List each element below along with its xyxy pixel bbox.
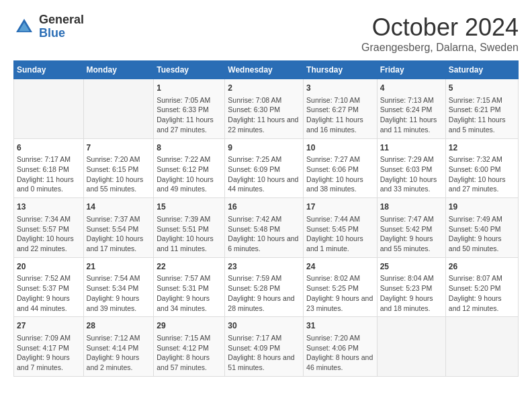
day-number: 16 [228,201,300,213]
header-thursday: Thursday [304,61,378,79]
header-row: SundayMondayTuesdayWednesdayThursdayFrid… [14,61,519,79]
logo: General Blue [13,13,84,40]
calendar-cell: 6Sunrise: 7:17 AM Sunset: 6:18 PM Daylig… [14,138,84,198]
week-row-2: 6Sunrise: 7:17 AM Sunset: 6:18 PM Daylig… [14,138,519,198]
calendar-cell: 21Sunrise: 7:54 AM Sunset: 5:34 PM Dayli… [83,257,154,317]
calendar-cell: 5Sunrise: 7:15 AM Sunset: 6:21 PM Daylig… [445,79,518,139]
calendar-cell: 22Sunrise: 7:57 AM Sunset: 5:31 PM Dayli… [154,257,225,317]
calendar-cell: 8Sunrise: 7:22 AM Sunset: 6:12 PM Daylig… [154,138,225,198]
day-number: 24 [306,261,374,273]
day-number: 15 [157,201,222,213]
header-monday: Monday [83,61,154,79]
day-info: Sunrise: 7:10 AM Sunset: 6:27 PM Dayligh… [306,95,374,135]
day-info: Sunrise: 7:44 AM Sunset: 5:45 PM Dayligh… [306,214,374,254]
calendar-cell: 12Sunrise: 7:32 AM Sunset: 6:00 PM Dayli… [445,138,518,198]
calendar-cell: 2Sunrise: 7:08 AM Sunset: 6:30 PM Daylig… [225,79,304,139]
calendar-cell: 14Sunrise: 7:37 AM Sunset: 5:54 PM Dayli… [83,198,154,258]
calendar-cell: 13Sunrise: 7:34 AM Sunset: 5:57 PM Dayli… [14,198,84,258]
calendar-cell [377,317,445,377]
day-info: Sunrise: 7:52 AM Sunset: 5:37 PM Dayligh… [17,273,81,313]
day-number: 6 [17,142,81,154]
day-info: Sunrise: 7:20 AM Sunset: 6:15 PM Dayligh… [87,154,151,194]
day-number: 18 [380,201,443,213]
logo-text: General Blue [39,13,84,40]
page-header: General Blue October 2024 Graengesberg, … [13,13,519,54]
day-info: Sunrise: 7:42 AM Sunset: 5:48 PM Dayligh… [228,214,300,254]
calendar-cell: 1Sunrise: 7:05 AM Sunset: 6:33 PM Daylig… [154,79,225,139]
week-row-3: 13Sunrise: 7:34 AM Sunset: 5:57 PM Dayli… [14,198,519,258]
day-number: 8 [157,142,222,154]
calendar-cell: 23Sunrise: 7:59 AM Sunset: 5:28 PM Dayli… [225,257,304,317]
day-number: 19 [449,201,515,213]
day-number: 31 [306,320,374,332]
calendar-cell [83,79,154,139]
location-subtitle: Graengesberg, Dalarna, Sweden [361,42,519,54]
header-wednesday: Wednesday [225,61,304,79]
calendar-cell: 24Sunrise: 8:02 AM Sunset: 5:25 PM Dayli… [304,257,378,317]
logo-blue: Blue [39,27,84,40]
day-number: 2 [228,83,300,94]
day-info: Sunrise: 7:17 AM Sunset: 6:18 PM Dayligh… [17,154,81,194]
day-number: 11 [380,142,443,154]
day-info: Sunrise: 7:57 AM Sunset: 5:31 PM Dayligh… [157,273,222,313]
day-info: Sunrise: 7:13 AM Sunset: 6:24 PM Dayligh… [380,95,443,135]
day-number: 4 [380,83,443,94]
day-info: Sunrise: 7:09 AM Sunset: 4:17 PM Dayligh… [17,333,81,373]
day-info: Sunrise: 7:20 AM Sunset: 4:06 PM Dayligh… [306,333,374,373]
day-info: Sunrise: 7:37 AM Sunset: 5:54 PM Dayligh… [87,214,151,254]
calendar-header: SundayMondayTuesdayWednesdayThursdayFrid… [14,61,519,79]
day-info: Sunrise: 7:15 AM Sunset: 4:12 PM Dayligh… [157,333,222,373]
header-sunday: Sunday [14,61,84,79]
calendar-cell: 19Sunrise: 7:49 AM Sunset: 5:40 PM Dayli… [445,198,518,258]
day-info: Sunrise: 7:08 AM Sunset: 6:30 PM Dayligh… [228,95,300,135]
title-block: October 2024 Graengesberg, Dalarna, Swed… [361,13,519,54]
calendar-cell: 7Sunrise: 7:20 AM Sunset: 6:15 PM Daylig… [83,138,154,198]
month-title: October 2024 [361,13,519,42]
day-info: Sunrise: 7:39 AM Sunset: 5:51 PM Dayligh… [157,214,222,254]
day-number: 9 [228,142,300,154]
day-info: Sunrise: 7:17 AM Sunset: 4:09 PM Dayligh… [228,333,300,373]
day-number: 14 [87,201,151,213]
week-row-5: 27Sunrise: 7:09 AM Sunset: 4:17 PM Dayli… [14,317,519,377]
day-number: 25 [380,261,443,273]
calendar-cell: 31Sunrise: 7:20 AM Sunset: 4:06 PM Dayli… [304,317,378,377]
calendar-cell: 9Sunrise: 7:25 AM Sunset: 6:09 PM Daylig… [225,138,304,198]
day-info: Sunrise: 7:59 AM Sunset: 5:28 PM Dayligh… [228,273,300,313]
day-number: 1 [157,83,222,94]
calendar-cell: 10Sunrise: 7:27 AM Sunset: 6:06 PM Dayli… [304,138,378,198]
calendar-cell: 15Sunrise: 7:39 AM Sunset: 5:51 PM Dayli… [154,198,225,258]
week-row-4: 20Sunrise: 7:52 AM Sunset: 5:37 PM Dayli… [14,257,519,317]
header-saturday: Saturday [445,61,518,79]
day-number: 27 [17,320,81,332]
calendar-table: SundayMondayTuesdayWednesdayThursdayFrid… [13,60,519,377]
day-number: 3 [306,83,374,94]
day-info: Sunrise: 7:15 AM Sunset: 6:21 PM Dayligh… [449,95,515,135]
calendar-cell: 30Sunrise: 7:17 AM Sunset: 4:09 PM Dayli… [225,317,304,377]
calendar-body: 1Sunrise: 7:05 AM Sunset: 6:33 PM Daylig… [14,79,519,377]
day-number: 21 [87,261,151,273]
day-info: Sunrise: 7:27 AM Sunset: 6:06 PM Dayligh… [306,154,374,194]
header-friday: Friday [377,61,445,79]
calendar-cell: 18Sunrise: 7:47 AM Sunset: 5:42 PM Dayli… [377,198,445,258]
day-number: 17 [306,201,374,213]
logo-general: General [39,13,84,27]
day-number: 5 [449,83,515,94]
calendar-cell: 25Sunrise: 8:04 AM Sunset: 5:23 PM Dayli… [377,257,445,317]
calendar-cell: 3Sunrise: 7:10 AM Sunset: 6:27 PM Daylig… [304,79,378,139]
header-tuesday: Tuesday [154,61,225,79]
day-info: Sunrise: 7:25 AM Sunset: 6:09 PM Dayligh… [228,154,300,194]
calendar-cell: 11Sunrise: 7:29 AM Sunset: 6:03 PM Dayli… [377,138,445,198]
day-info: Sunrise: 8:07 AM Sunset: 5:20 PM Dayligh… [449,273,515,313]
day-info: Sunrise: 8:02 AM Sunset: 5:25 PM Dayligh… [306,273,374,313]
week-row-1: 1Sunrise: 7:05 AM Sunset: 6:33 PM Daylig… [14,79,519,139]
calendar-cell [445,317,518,377]
day-info: Sunrise: 7:05 AM Sunset: 6:33 PM Dayligh… [157,95,222,135]
day-number: 22 [157,261,222,273]
day-number: 30 [228,320,300,332]
day-info: Sunrise: 7:54 AM Sunset: 5:34 PM Dayligh… [87,273,151,313]
calendar-cell: 28Sunrise: 7:12 AM Sunset: 4:14 PM Dayli… [83,317,154,377]
day-info: Sunrise: 7:29 AM Sunset: 6:03 PM Dayligh… [380,154,443,194]
day-info: Sunrise: 7:49 AM Sunset: 5:40 PM Dayligh… [449,214,515,254]
day-number: 26 [449,261,515,273]
day-number: 29 [157,320,222,332]
